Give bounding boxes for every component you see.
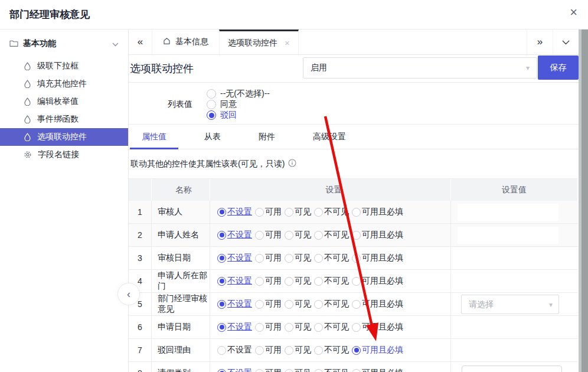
radio-circle <box>285 208 293 217</box>
row-index: 2 <box>129 224 152 246</box>
tab-close-icon[interactable]: × <box>285 38 290 48</box>
radio-circle <box>217 208 226 217</box>
section-tab[interactable]: 属性值 <box>130 125 178 149</box>
radio-option[interactable]: 可见 <box>285 345 311 355</box>
radio-option[interactable]: 可见 <box>285 322 311 332</box>
radio-option[interactable]: 不可见 <box>314 299 349 309</box>
radio-option[interactable]: 可用 <box>255 253 282 263</box>
radio-option[interactable]: 可用 <box>255 230 282 240</box>
sidebar-item[interactable]: 事件绑函数 <box>0 110 128 128</box>
sidebar-item[interactable]: 级联下拉框 <box>0 57 128 75</box>
save-button[interactable]: 保存 <box>538 56 579 80</box>
radio-circle <box>285 346 293 355</box>
radio-option[interactable]: 同意 <box>207 99 270 110</box>
radio-circle <box>352 208 361 217</box>
row-index: 6 <box>129 316 152 338</box>
radio-option[interactable]: 不设置 <box>217 276 252 286</box>
radio-option[interactable]: 不设置 <box>217 345 252 355</box>
tab-option-linkage[interactable]: 选项联动控件 × <box>219 30 299 54</box>
row-setting-radios: 不设置 可用 可见 不可见 可用且必填 <box>210 247 451 269</box>
radio-option[interactable]: 不可见 <box>314 322 349 332</box>
chevron-down-icon[interactable] <box>112 39 119 48</box>
radio-option[interactable]: 可用且必填 <box>352 299 403 309</box>
radio-option[interactable]: 不可见 <box>314 368 349 372</box>
value-input[interactable] <box>458 227 558 244</box>
section-tab[interactable]: 从表 <box>192 125 233 149</box>
radio-option[interactable]: 可用 <box>255 322 282 332</box>
radio-option[interactable]: 不设置 <box>217 368 252 372</box>
radio-option[interactable]: 可见 <box>285 299 311 309</box>
radio-option[interactable]: 不可见 <box>314 276 349 286</box>
value-input[interactable] <box>458 204 558 221</box>
table-body: 1 审核人 不设置 可用 可见 不可见 可用且必填 2 申请人姓名 不设置 可用… <box>129 201 578 372</box>
radio-option[interactable]: 不设置 <box>217 253 252 263</box>
radio-option[interactable]: --无(不选择)-- <box>207 89 270 99</box>
vertical-scrollbar[interactable] <box>579 30 588 372</box>
radio-option[interactable]: 可见 <box>285 253 311 263</box>
tabs-collapse-button[interactable]: « <box>129 30 152 54</box>
radio-option[interactable]: 可见 <box>285 276 311 286</box>
radio-option[interactable]: 可用且必填 <box>352 230 403 240</box>
value-select[interactable]: 请选择▾ <box>461 295 559 314</box>
section-tab[interactable]: 高级设置 <box>301 125 358 149</box>
value-select-placeholder: 请选择 <box>469 299 549 310</box>
row-name: 部门经理审核意见 <box>152 293 210 315</box>
radio-option[interactable]: 可用且必填 <box>352 276 403 286</box>
sidebar: 基本功能 级联下拉框 填充其他控件 编辑枚举值 事件绑函数 选项联动控件 字段名… <box>0 30 129 372</box>
row-name: 驳回理由 <box>152 339 210 361</box>
sidebar-item[interactable]: 字段名链接 <box>0 146 128 164</box>
radio-option[interactable]: 驳回 <box>207 110 270 120</box>
row-index: 3 <box>129 247 152 269</box>
info-icon[interactable] <box>288 159 296 169</box>
radio-circle <box>314 254 323 263</box>
tabs-overflow-button[interactable]: » <box>527 30 553 54</box>
radio-option[interactable]: 不设置 <box>217 299 252 309</box>
radio-option[interactable]: 可用 <box>255 345 282 355</box>
section-tab[interactable]: 附件 <box>247 125 287 149</box>
value-input[interactable] <box>462 366 562 372</box>
list-value-label: 列表值 <box>168 99 192 110</box>
radio-circle <box>314 277 323 286</box>
tabbar-spacer <box>299 30 527 54</box>
chevron-down-icon <box>562 36 570 48</box>
radio-option[interactable]: 不设置 <box>217 230 252 240</box>
radio-option[interactable]: 不可见 <box>314 207 349 217</box>
table-row: 7 驳回理由 不设置 可用 可见 不可见 可用且必填 <box>129 339 578 362</box>
sidebar-group-header[interactable]: 基本功能 <box>0 30 128 57</box>
close-icon[interactable]: × <box>570 6 577 19</box>
table-row: 2 申请人姓名 不设置 可用 可见 不可见 可用且必填 <box>129 224 578 247</box>
radio-option[interactable]: 可用且必填 <box>352 368 403 372</box>
row-name: 申请日期 <box>152 316 210 338</box>
tab-basic-info[interactable]: 基本信息 <box>152 30 219 54</box>
radio-option[interactable]: 不可见 <box>314 345 349 355</box>
tabs-expand-button[interactable] <box>553 30 579 54</box>
sidebar-collapse-handle[interactable]: ‹ <box>117 283 140 305</box>
sidebar-item[interactable]: 选项联动控件 <box>0 128 128 146</box>
radio-option[interactable]: 可见 <box>285 368 311 372</box>
radio-circle <box>285 254 293 263</box>
radio-option[interactable]: 可用且必填 <box>352 207 403 217</box>
radio-circle <box>314 369 323 372</box>
radio-option[interactable]: 可用 <box>255 368 282 372</box>
radio-circle <box>285 323 293 332</box>
radio-option[interactable]: 可用且必填 <box>352 253 403 263</box>
radio-option[interactable]: 可用且必填 <box>352 322 403 332</box>
radio-option[interactable]: 可用 <box>255 299 282 309</box>
radio-option[interactable]: 不设置 <box>217 207 252 217</box>
row-name: 审核日期 <box>152 247 210 269</box>
radio-option[interactable]: 可见 <box>285 230 311 240</box>
radio-option[interactable]: 不设置 <box>217 322 252 332</box>
radio-option[interactable]: 可见 <box>285 207 311 217</box>
radio-option[interactable]: 可用 <box>255 276 282 286</box>
radio-circle <box>285 369 293 372</box>
sidebar-item[interactable]: 填充其他控件 <box>0 75 128 93</box>
radio-circle <box>314 300 323 309</box>
chevron-left-icon: ‹ <box>127 288 130 301</box>
sidebar-item[interactable]: 编辑枚举值 <box>0 93 128 110</box>
radio-option[interactable]: 可用且必填 <box>352 345 403 355</box>
radio-option[interactable]: 不可见 <box>314 253 349 263</box>
radio-option[interactable]: 不可见 <box>314 230 349 240</box>
radio-option[interactable]: 可用 <box>255 207 282 217</box>
scrollbar-thumb[interactable] <box>582 30 588 372</box>
status-select[interactable]: 启用 ▾ <box>303 57 537 79</box>
